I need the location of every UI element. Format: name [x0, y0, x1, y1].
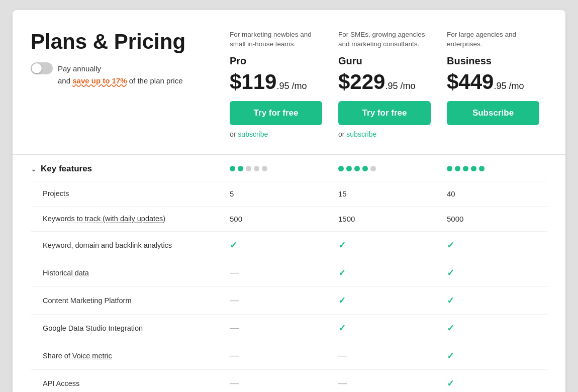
- check-icon: ✓: [338, 323, 346, 333]
- empty-dot: [246, 166, 251, 171]
- pro-name: Pro: [230, 55, 322, 67]
- features-section: ⌄ Key features Projects51540Keywords to …: [31, 155, 547, 392]
- plan-col-guru: For SMEs, growing agencies and marketing…: [330, 30, 439, 138]
- billing-toggle-row: Pay annually: [31, 62, 222, 74]
- pricing-card: Plans & Pricing Pay annually and save up…: [13, 10, 565, 392]
- feature-val-guru: ✓: [330, 323, 439, 334]
- filled-dot: [463, 166, 468, 171]
- chevron-icon[interactable]: ⌄: [31, 165, 37, 173]
- business-cta-button[interactable]: Subscribe: [447, 101, 539, 125]
- check-icon: ✓: [447, 323, 454, 333]
- check-icon: ✓: [447, 351, 454, 361]
- section-left: ⌄ Key features: [31, 164, 222, 174]
- pro-price-main: $119: [230, 70, 276, 94]
- feature-val-guru: ✓: [330, 267, 439, 278]
- feature-label: API Access: [31, 379, 222, 387]
- empty-dot: [254, 166, 259, 171]
- header-section: Plans & Pricing Pay annually and save up…: [31, 30, 547, 138]
- feature-val-business: ✓: [439, 267, 547, 278]
- guru-dots: [330, 166, 439, 171]
- guru-cta-button[interactable]: Try for free: [338, 101, 431, 125]
- billing-toggle[interactable]: [31, 62, 53, 74]
- dash-icon: —: [230, 378, 239, 388]
- feature-label: Keyword, domain and backlink analytics: [31, 241, 222, 249]
- check-icon: ✓: [447, 296, 454, 306]
- business-name: Business: [447, 55, 539, 67]
- feature-val-business: 5000: [439, 215, 547, 223]
- check-icon: ✓: [338, 240, 346, 250]
- feature-label: Google Data Studio Integration: [31, 324, 222, 332]
- plan-col-business: For large agencies and enterprises.Busin…: [439, 30, 547, 138]
- header-left: Plans & Pricing Pay annually and save up…: [31, 30, 222, 85]
- filled-dot: [354, 166, 360, 171]
- pro-dots: [222, 166, 330, 171]
- feature-val-guru: —: [330, 378, 439, 388]
- feature-rows: Projects51540Keywords to track (with dai…: [31, 181, 547, 392]
- dash-icon: —: [230, 323, 239, 333]
- dash-icon: —: [230, 350, 239, 360]
- feature-val-pro: —: [222, 323, 330, 333]
- page-title: Plans & Pricing: [31, 30, 222, 53]
- dash-icon: —: [230, 267, 239, 277]
- pro-cta-button[interactable]: Try for free: [230, 101, 322, 125]
- pro-price: $119.95 /mo: [230, 70, 322, 94]
- save-suffix: of the plan price: [127, 76, 183, 85]
- filled-dot: [455, 166, 460, 171]
- feature-val-pro: 500: [222, 215, 330, 223]
- check-icon: ✓: [447, 240, 454, 250]
- empty-dot: [262, 166, 267, 171]
- filled-dot: [479, 166, 485, 171]
- check-icon: ✓: [447, 378, 454, 388]
- feature-val-pro: —: [222, 350, 330, 361]
- feature-row: Keywords to track (with daily updates)50…: [31, 207, 547, 232]
- guru-price: $229.95 /mo: [338, 70, 431, 94]
- feature-val-business: ✓: [439, 323, 547, 334]
- business-dots: [439, 166, 547, 171]
- feature-label: Content Marketing Platform: [31, 297, 222, 305]
- guru-or-subscribe: or subscribe: [338, 130, 431, 138]
- key-features-header-row: ⌄ Key features: [31, 155, 547, 181]
- feature-val-business: ✓: [439, 240, 547, 251]
- feature-label: Keywords to track (with daily updates): [31, 215, 222, 223]
- guru-price-cents: .95 /mo: [385, 81, 415, 91]
- plans-header: For marketing newbies and small in-house…: [222, 30, 547, 138]
- feature-val-guru: 1500: [330, 215, 439, 223]
- feature-row: Share of Voice metric——✓: [31, 342, 547, 370]
- filled-dot: [338, 166, 344, 171]
- feature-val-guru: ✓: [330, 240, 439, 251]
- feature-val-business: ✓: [439, 378, 547, 389]
- business-tagline: For large agencies and enterprises.: [447, 30, 539, 49]
- check-icon: ✓: [447, 268, 454, 278]
- guru-subscribe-link[interactable]: subscribe: [346, 130, 376, 138]
- dash-icon: —: [338, 350, 347, 360]
- empty-dot: [370, 166, 376, 171]
- business-price-main: $449: [447, 70, 494, 94]
- pro-subscribe-link[interactable]: subscribe: [238, 130, 268, 138]
- guru-tagline: For SMEs, growing agencies and marketing…: [338, 30, 431, 49]
- feature-label: Projects: [31, 189, 222, 198]
- feature-val-pro: —: [222, 378, 330, 388]
- feature-val-pro: 5: [222, 189, 330, 198]
- pro-or-subscribe: or subscribe: [230, 130, 322, 138]
- feature-val-pro: —: [222, 295, 330, 306]
- plan-col-pro: For marketing newbies and small in-house…: [222, 30, 330, 138]
- filled-dot: [447, 166, 452, 171]
- feature-row: API Access——✓: [31, 370, 547, 392]
- feature-val-business: 40: [439, 189, 547, 198]
- save-highlight: save up to 17%: [72, 76, 127, 85]
- billing-annual-label: Pay annually: [58, 64, 101, 73]
- feature-row: Projects51540: [31, 181, 547, 207]
- feature-row: Google Data Studio Integration—✓✓: [31, 315, 547, 342]
- feature-val-pro: ✓: [222, 240, 330, 251]
- filled-dot: [362, 166, 368, 171]
- section-title: Key features: [41, 164, 92, 174]
- guru-name: Guru: [338, 55, 431, 67]
- dash-icon: —: [230, 295, 239, 305]
- check-icon: ✓: [338, 268, 346, 278]
- feature-val-pro: —: [222, 267, 330, 278]
- feature-val-guru: ✓: [330, 295, 439, 306]
- feature-row: Keyword, domain and backlink analytics✓✓…: [31, 232, 547, 259]
- guru-price-main: $229: [338, 70, 385, 94]
- feature-val-guru: —: [330, 350, 439, 361]
- filled-dot: [471, 166, 476, 171]
